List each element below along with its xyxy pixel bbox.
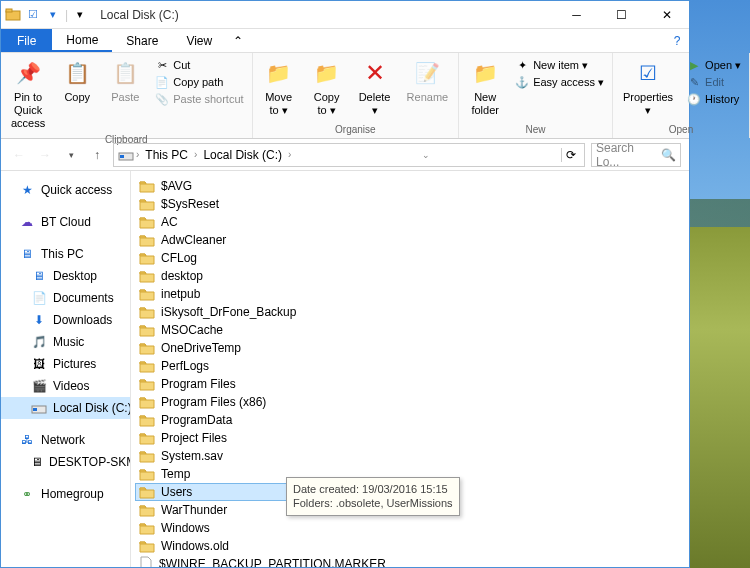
recent-button[interactable]: ▾ bbox=[61, 145, 81, 165]
folder-item[interactable]: inetpub bbox=[135, 285, 295, 303]
edit-button[interactable]: ✎Edit bbox=[683, 74, 745, 90]
breadcrumb[interactable]: › This PC › Local Disk (C:) › ⌄ ⟳ bbox=[113, 143, 585, 167]
folder-item[interactable]: Program Files bbox=[135, 375, 295, 393]
tab-home[interactable]: Home bbox=[52, 29, 112, 52]
rename-button[interactable]: 📝Rename bbox=[401, 55, 455, 106]
folder-item[interactable]: MSOCache bbox=[135, 321, 295, 339]
item-label: $WINRE_BACKUP_PARTITION.MARKER bbox=[159, 557, 386, 567]
move-to-button[interactable]: 📁Move to ▾ bbox=[257, 55, 301, 119]
back-button[interactable]: ← bbox=[9, 145, 29, 165]
nav-quick-access[interactable]: ★Quick access bbox=[1, 179, 130, 201]
folder-item[interactable]: $SysReset bbox=[135, 195, 295, 213]
chevron-right-icon[interactable]: › bbox=[194, 149, 197, 160]
folder-item[interactable]: CFLog bbox=[135, 249, 295, 267]
dropdown-icon[interactable]: ⌄ bbox=[418, 150, 434, 160]
crumb-this-pc[interactable]: This PC bbox=[141, 148, 192, 162]
folder-item[interactable]: Temp bbox=[135, 465, 295, 483]
cut-button[interactable]: ✂Cut bbox=[151, 57, 247, 73]
qat-dropdown[interactable]: ▾ bbox=[45, 7, 61, 23]
folder-item[interactable]: ProgramData bbox=[135, 411, 295, 429]
file-tab[interactable]: File bbox=[1, 29, 52, 52]
easy-access-button[interactable]: ⚓Easy access ▾ bbox=[511, 74, 608, 90]
qat-customize[interactable]: ▾ bbox=[72, 7, 88, 23]
nav-homegroup[interactable]: ⚭Homegroup bbox=[1, 483, 130, 505]
easy-access-icon: ⚓ bbox=[515, 75, 529, 89]
menubar: File Home Share View ⌃ ? bbox=[1, 29, 689, 53]
folder-item[interactable]: $AVG bbox=[135, 177, 295, 195]
tab-share[interactable]: Share bbox=[112, 29, 172, 52]
edit-icon: ✎ bbox=[687, 75, 701, 89]
paste-button[interactable]: 📋 Paste bbox=[103, 55, 147, 106]
up-button[interactable]: ↑ bbox=[87, 145, 107, 165]
open-button[interactable]: ▶Open ▾ bbox=[683, 57, 745, 73]
forward-button[interactable]: → bbox=[35, 145, 55, 165]
item-label: Project Files bbox=[161, 431, 227, 445]
file-list[interactable]: $AVG$SysResetACAdwCleanerCFLogdesktopine… bbox=[131, 171, 689, 567]
folder-item[interactable]: Windows bbox=[135, 519, 295, 537]
nav-pictures[interactable]: 🖼Pictures bbox=[1, 353, 130, 375]
network-icon: 🖧 bbox=[19, 432, 35, 448]
copy-to-button[interactable]: 📁Copy to ▾ bbox=[305, 55, 349, 119]
nav-network[interactable]: 🖧Network bbox=[1, 429, 130, 451]
search-input[interactable]: Search Lo... 🔍 bbox=[591, 143, 681, 167]
new-folder-button[interactable]: 📁New folder bbox=[463, 55, 507, 119]
folder-item[interactable]: Program Files (x86) bbox=[135, 393, 295, 411]
folder-item[interactable]: desktop bbox=[135, 267, 295, 285]
chevron-right-icon[interactable]: › bbox=[136, 149, 139, 160]
crumb-local-disk[interactable]: Local Disk (C:) bbox=[199, 148, 286, 162]
open-icon: ▶ bbox=[687, 58, 701, 72]
item-label: AC bbox=[161, 215, 178, 229]
nav-desktop[interactable]: 🖥Desktop bbox=[1, 265, 130, 287]
new-item-button[interactable]: ✦New item ▾ bbox=[511, 57, 608, 73]
file-item[interactable]: $WINRE_BACKUP_PARTITION.MARKER bbox=[135, 555, 295, 567]
close-button[interactable]: ✕ bbox=[644, 1, 689, 29]
maximize-button[interactable]: ☐ bbox=[599, 1, 644, 29]
folder-item[interactable]: System.sav bbox=[135, 447, 295, 465]
collapse-ribbon[interactable]: ⌃ bbox=[226, 29, 250, 52]
paste-shortcut-button[interactable]: 📎Paste shortcut bbox=[151, 91, 247, 107]
folder-item[interactable]: iSkysoft_DrFone_Backup bbox=[135, 303, 295, 321]
nav-documents[interactable]: 📄Documents bbox=[1, 287, 130, 309]
item-label: Temp bbox=[161, 467, 190, 481]
file-icon bbox=[139, 556, 153, 567]
qat-properties-icon[interactable]: ☑ bbox=[25, 7, 41, 23]
item-label: ProgramData bbox=[161, 413, 232, 427]
item-label: desktop bbox=[161, 269, 203, 283]
chevron-right-icon[interactable]: › bbox=[288, 149, 291, 160]
history-button[interactable]: 🕐History bbox=[683, 91, 745, 107]
properties-button[interactable]: ☑Properties ▾ bbox=[617, 55, 679, 119]
refresh-button[interactable]: ⟳ bbox=[561, 148, 580, 162]
delete-button[interactable]: ✕Delete ▾ bbox=[353, 55, 397, 119]
minimize-button[interactable]: ─ bbox=[554, 1, 599, 29]
copy-path-button[interactable]: 📄Copy path bbox=[151, 74, 247, 90]
folder-item[interactable]: PerfLogs bbox=[135, 357, 295, 375]
nav-network-pc[interactable]: 🖥DESKTOP-SKM20LT bbox=[1, 451, 130, 473]
drive-icon bbox=[118, 149, 134, 161]
pin-to-quick-access-button[interactable]: 📌 Pin to Quick access bbox=[5, 55, 51, 133]
help-button[interactable]: ? bbox=[665, 29, 689, 52]
tab-view[interactable]: View bbox=[172, 29, 226, 52]
folder-icon bbox=[139, 502, 155, 518]
folder-icon bbox=[139, 304, 155, 320]
nav-this-pc[interactable]: 🖥This PC bbox=[1, 243, 130, 265]
folder-item[interactable]: WarThunder bbox=[135, 501, 295, 519]
folder-item[interactable]: Project Files bbox=[135, 429, 295, 447]
item-label: MSOCache bbox=[161, 323, 223, 337]
folder-item[interactable]: OneDriveTemp bbox=[135, 339, 295, 357]
nav-downloads[interactable]: ⬇Downloads bbox=[1, 309, 130, 331]
folder-item[interactable]: Windows.old bbox=[135, 537, 295, 555]
nav-local-disk[interactable]: Local Disk (C:) bbox=[1, 397, 130, 419]
nav-music[interactable]: 🎵Music bbox=[1, 331, 130, 353]
folder-item[interactable]: AdwCleaner bbox=[135, 231, 295, 249]
folder-item[interactable]: AC bbox=[135, 213, 295, 231]
item-label: Users bbox=[161, 485, 192, 499]
folder-icon bbox=[139, 178, 155, 194]
nav-videos[interactable]: 🎬Videos bbox=[1, 375, 130, 397]
nav-bt-cloud[interactable]: ☁BT Cloud bbox=[1, 211, 130, 233]
copy-button[interactable]: 📋 Copy bbox=[55, 55, 99, 106]
cut-icon: ✂ bbox=[155, 58, 169, 72]
music-icon: 🎵 bbox=[31, 334, 47, 350]
folder-icon bbox=[139, 358, 155, 374]
titlebar: ☑ ▾ | ▾ Local Disk (C:) ─ ☐ ✕ bbox=[1, 1, 689, 29]
folder-item[interactable]: Users bbox=[135, 483, 295, 501]
